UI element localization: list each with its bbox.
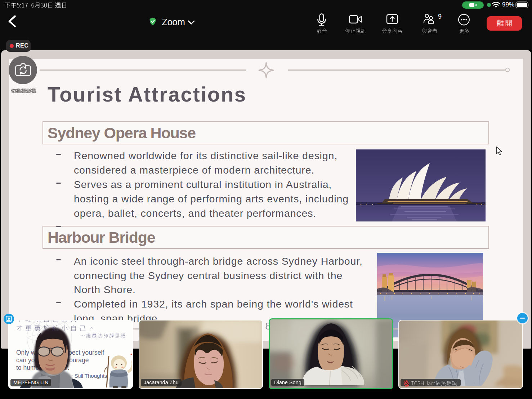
svg-text:~Still Thoughts: ~Still Thoughts	[71, 373, 107, 379]
